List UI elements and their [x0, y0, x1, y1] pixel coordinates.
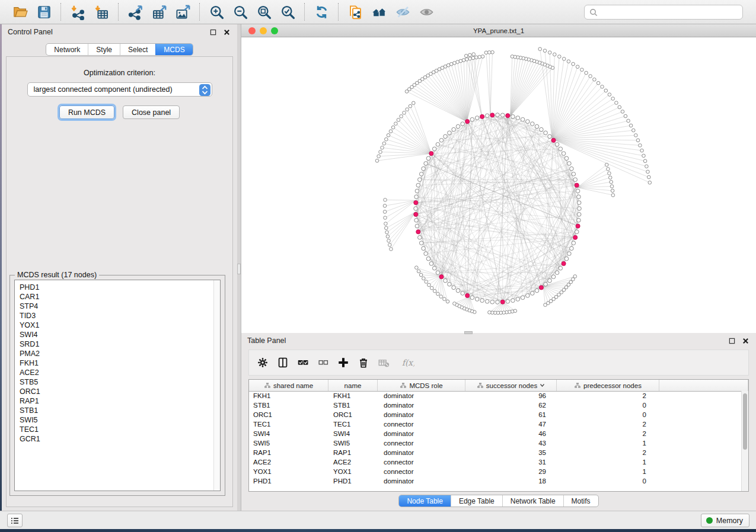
tab-style[interactable]: Style [88, 44, 120, 55]
column-header-successor-nodes[interactable]: successor nodes [465, 380, 557, 391]
mcds-result-node[interactable]: FKH1 [20, 358, 220, 368]
close-table-panel-icon[interactable] [741, 336, 750, 345]
tab-network[interactable]: Network [46, 44, 88, 55]
table-row[interactable]: PHD1PHD1dominator180 [249, 476, 741, 486]
zoom-in-button[interactable] [205, 2, 228, 22]
mcds-result-node[interactable]: RAP1 [20, 396, 220, 406]
zoom-selected-icon [280, 4, 296, 20]
mcds-result-node[interactable]: CAR1 [20, 292, 220, 302]
table-row[interactable]: RAP1RAP1dominator352 [249, 448, 741, 457]
mcds-result-node[interactable]: TID3 [20, 311, 220, 321]
tab-mcds[interactable]: MCDS [155, 44, 192, 55]
apply-layout-icon [314, 4, 330, 20]
mcds-result-node[interactable]: PHD1 [20, 283, 220, 292]
add-column-button[interactable] [334, 352, 352, 373]
table-cell: RAP1 [249, 448, 328, 457]
close-panel-button[interactable]: Close panel [123, 105, 180, 119]
table-row[interactable]: YOX1YOX1connector291 [249, 467, 741, 476]
optimization-criterion-select[interactable]: largest connected component (undirected) [27, 82, 212, 97]
import-network-button[interactable] [66, 2, 90, 22]
mcds-result-node[interactable]: YOX1 [20, 321, 220, 330]
mcds-result-node[interactable]: TEC1 [20, 425, 220, 434]
run-mcds-button[interactable]: Run MCDS [59, 105, 114, 119]
tab-node-table[interactable]: Node Table [399, 495, 451, 507]
table-row[interactable]: ORC1ORC1dominator610 [249, 410, 741, 419]
export-network-button[interactable] [123, 2, 147, 22]
table-cell: RAP1 [328, 448, 378, 457]
show-all-icon [419, 4, 435, 20]
search-field[interactable] [584, 5, 743, 20]
select-all-rows-button[interactable] [294, 352, 312, 373]
table-cell: 0 [557, 476, 659, 486]
float-table-panel-icon[interactable] [727, 336, 736, 345]
task-history-button[interactable] [7, 514, 23, 527]
table-cell: 96 [465, 391, 557, 400]
tab-edge-table[interactable]: Edge Table [451, 495, 502, 507]
node-table-scrollbar[interactable] [741, 391, 748, 491]
table-row[interactable]: STB1STB1dominator620 [249, 400, 741, 410]
scrollbar-thumb[interactable] [743, 393, 747, 450]
zoom-fit-button[interactable] [252, 2, 276, 22]
zoom-in-icon [209, 4, 225, 20]
mcds-result-node[interactable]: ACE2 [20, 368, 220, 377]
table-cell: ACE2 [249, 457, 328, 467]
float-panel-icon[interactable] [208, 27, 218, 37]
delete-column-button[interactable] [355, 352, 372, 373]
export-image-button[interactable] [171, 2, 194, 22]
table-cell: 61 [465, 410, 557, 419]
column-type-icon [400, 382, 407, 389]
tab-network-table[interactable]: Network Table [502, 495, 563, 507]
hide-selected-button[interactable] [391, 2, 414, 22]
mcds-result-node[interactable]: ORC1 [20, 387, 220, 396]
column-header-name[interactable]: name [328, 380, 378, 391]
mcds-result-node[interactable]: STB1 [20, 406, 220, 415]
table-row[interactable]: SWI5SWI5connector431 [249, 438, 741, 448]
column-header-shared-name[interactable]: shared name [249, 380, 328, 391]
close-panel-icon[interactable] [222, 27, 231, 37]
horizontal-splitter-grip[interactable] [464, 331, 473, 334]
table-options-button[interactable] [254, 352, 272, 373]
mcds-result-node[interactable]: SWI4 [20, 330, 220, 339]
mcds-result-node[interactable]: SRD1 [20, 339, 220, 349]
open-file-button[interactable] [8, 2, 32, 22]
network-titlebar[interactable]: YPA_prune.txt_1 [241, 24, 756, 37]
column-header-predecessor-nodes[interactable]: predecessor nodes [557, 380, 659, 391]
mcds-result-list[interactable]: PHD1CAR1STP4TID3YOX1SWI4SRD1PMA2FKH1ACE2… [14, 280, 221, 491]
tab-select[interactable]: Select [120, 44, 155, 55]
apply-layout-button[interactable] [310, 2, 333, 22]
delete-table-button [375, 352, 393, 373]
show-all-button[interactable] [414, 2, 438, 22]
table-toolbar: f(x) [248, 350, 749, 376]
mcds-result-node[interactable]: STP4 [20, 302, 220, 311]
table-row[interactable]: TEC1TEC1connector472 [249, 419, 741, 429]
mcds-result-node[interactable]: GCR1 [20, 434, 220, 444]
import-table-button[interactable] [90, 2, 113, 22]
tab-motifs[interactable]: Motifs [563, 495, 598, 507]
export-table-button[interactable] [147, 2, 171, 22]
search-input[interactable] [601, 8, 738, 17]
zoom-out-button[interactable] [228, 2, 252, 22]
table-row[interactable]: FKH1FKH1dominator962 [249, 391, 741, 400]
column-header-MCDS-role[interactable]: MCDS role [378, 380, 465, 391]
mcds-result-scrollbar[interactable] [213, 280, 220, 491]
mcds-result-node[interactable]: PMA2 [20, 349, 220, 358]
table-cell-filler [659, 467, 741, 476]
first-neighbors-button[interactable] [367, 2, 391, 22]
save-session-button[interactable] [32, 2, 56, 22]
mcds-result-node[interactable]: STB5 [20, 377, 220, 387]
table-row[interactable]: SWI4SWI4dominator462 [249, 429, 741, 438]
mcds-result-node[interactable]: SWI5 [20, 415, 220, 425]
status-bar: Memory [0, 511, 756, 529]
table-cell: 29 [465, 467, 557, 476]
copy-style-button[interactable] [343, 2, 367, 22]
table-options-icon [256, 356, 269, 369]
table-cell: dominator [378, 400, 465, 410]
network-canvas[interactable] [241, 37, 756, 333]
zoom-selected-button[interactable] [276, 2, 299, 22]
table-row[interactable]: ACE2ACE2connector311 [249, 457, 741, 467]
column-type-icon [264, 382, 271, 389]
memory-button[interactable]: Memory [701, 514, 749, 527]
node-table: shared namenameMCDS rolesuccessor nodesp… [248, 379, 749, 492]
deselect-all-rows-button[interactable] [314, 352, 332, 373]
show-columns-button[interactable] [274, 352, 292, 373]
